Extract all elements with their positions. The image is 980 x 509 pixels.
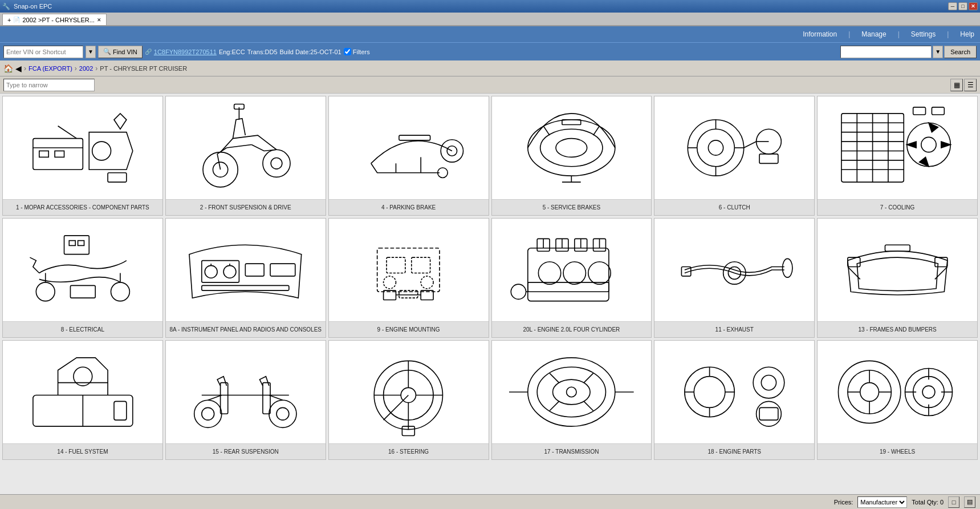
breadcrumb-year[interactable]: 2002 bbox=[79, 65, 93, 72]
svg-point-147 bbox=[913, 377, 944, 408]
status-icon-btn-2[interactable]: ▤ bbox=[964, 496, 975, 508]
svg-rect-55 bbox=[78, 241, 84, 246]
part-card-part-6[interactable]: 6 - CLUTCH bbox=[654, 96, 815, 216]
part-card-part-20l[interactable]: 20L - ENGINE 2.0L FOUR CYLINDER bbox=[491, 218, 652, 338]
menu-information[interactable]: Information bbox=[803, 30, 837, 38]
svg-rect-51 bbox=[913, 107, 925, 115]
trans-info: Trans:DD5 bbox=[247, 49, 278, 55]
title-bar: 🔧 Snap-on EPC ─ □ ✕ bbox=[0, 0, 980, 13]
part-card-part-16[interactable]: 16 - STEERING bbox=[328, 340, 489, 460]
menu-help[interactable]: Help bbox=[960, 30, 974, 38]
prices-select[interactable]: Manufacturer bbox=[857, 496, 907, 508]
part-card-part-5[interactable]: 5 - SERVICE BRAKES bbox=[491, 96, 652, 216]
svg-rect-138 bbox=[759, 407, 778, 420]
part-image-part-5 bbox=[492, 96, 652, 199]
parts-grid: 1 - MOPAR ACCESSORIES - COMPONENT PARTS … bbox=[2, 96, 978, 460]
part-label-part-6: 6 - CLUTCH bbox=[654, 199, 814, 215]
part-card-part-7[interactable]: 7 - COOLING bbox=[817, 96, 978, 216]
svg-rect-100 bbox=[885, 245, 910, 251]
part-card-part-14[interactable]: 14 - FUEL SYSTEM bbox=[2, 340, 163, 460]
menu-settings[interactable]: Settings bbox=[911, 30, 936, 38]
total-qty-label: Total Qty: 0 bbox=[912, 499, 944, 506]
back-icon[interactable]: ◀ bbox=[15, 64, 22, 73]
part-card-part-18[interactable]: 18 - ENGINE PARTS bbox=[654, 340, 815, 460]
part-card-part-8a[interactable]: 8A - INSTRUMENT PANEL AND RADIOS AND CON… bbox=[165, 218, 326, 338]
svg-rect-107 bbox=[221, 383, 228, 414]
search-input[interactable] bbox=[840, 46, 932, 58]
part-card-part-11[interactable]: 11 - EXHAUST bbox=[654, 218, 815, 338]
part-image-part-18 bbox=[654, 341, 814, 443]
filters-section: Filters bbox=[344, 48, 370, 55]
home-icon[interactable]: 🏠 bbox=[3, 64, 13, 73]
narrow-input[interactable] bbox=[3, 79, 95, 91]
svg-point-111 bbox=[269, 400, 296, 427]
part-card-part-4[interactable]: 4 - PARKING BRAKE bbox=[328, 96, 489, 216]
svg-point-57 bbox=[111, 282, 129, 301]
find-vin-button[interactable]: 🔍 Find VIN bbox=[98, 46, 143, 58]
tab-add-icon[interactable]: + bbox=[7, 17, 11, 23]
part-image-part-9 bbox=[329, 219, 489, 321]
svg-rect-71 bbox=[412, 257, 430, 273]
breadcrumb-model: PT - CHRYSLER PT CRUISER bbox=[100, 65, 187, 72]
svg-point-84 bbox=[563, 262, 585, 284]
svg-rect-78 bbox=[528, 248, 609, 301]
vin-input[interactable] bbox=[3, 46, 83, 58]
svg-point-4 bbox=[92, 142, 111, 160]
vin-code[interactable]: 1C8FYN8992T270511 bbox=[154, 49, 217, 55]
part-image-part-15 bbox=[166, 341, 326, 443]
part-label-part-13: 13 - FRAMES AND BUMPERS bbox=[818, 321, 977, 337]
app-title: Snap-on EPC bbox=[14, 3, 52, 10]
part-card-part-8[interactable]: 8 - ELECTRICAL bbox=[2, 218, 163, 338]
svg-rect-0 bbox=[32, 139, 82, 170]
view-toggle: ▦ ☰ bbox=[950, 79, 977, 91]
part-image-part-6 bbox=[654, 96, 814, 199]
status-icon-btn-1[interactable]: □ bbox=[948, 496, 959, 508]
menu-bar: Information | Manage | Settings | Help bbox=[0, 26, 980, 42]
part-label-part-16: 16 - STEERING bbox=[329, 443, 489, 459]
part-card-part-19[interactable]: 19 - WHEELS bbox=[817, 340, 978, 460]
part-card-part-15[interactable]: 15 - REAR SUSPENSION bbox=[165, 340, 326, 460]
breadcrumb: 🏠 ◀ › FCA (EXPORT) › 2002 › PT - CHRYSLE… bbox=[0, 60, 980, 76]
part-label-part-1: 1 - MOPAR ACCESSORIES - COMPONENT PARTS bbox=[3, 199, 162, 215]
svg-point-85 bbox=[588, 262, 611, 284]
svg-point-65 bbox=[205, 265, 218, 278]
svg-point-128 bbox=[567, 387, 576, 397]
part-card-part-2[interactable]: 2 - FRONT SUSPENSION & DRIVE bbox=[165, 96, 326, 216]
filter-bar: ▦ ☰ bbox=[0, 76, 980, 94]
svg-point-30 bbox=[708, 140, 723, 155]
maximize-button[interactable]: □ bbox=[958, 2, 967, 10]
svg-rect-70 bbox=[387, 257, 405, 273]
part-card-part-17[interactable]: 17 - TRANSMISSION bbox=[491, 340, 652, 460]
part-image-part-20l bbox=[492, 219, 652, 321]
svg-point-124 bbox=[537, 367, 605, 417]
search-button[interactable]: Search bbox=[944, 46, 977, 58]
list-view-button[interactable]: ☰ bbox=[964, 79, 977, 91]
breadcrumb-sep-1: › bbox=[75, 64, 77, 72]
part-label-part-17: 17 - TRANSMISSION bbox=[492, 443, 652, 459]
breadcrumb-fca[interactable]: FCA (EXPORT) bbox=[29, 65, 72, 72]
part-image-part-1 bbox=[3, 96, 162, 199]
main-tab[interactable]: + 📄 2002 >PT - CHRYSLER... ✕ bbox=[2, 14, 107, 25]
part-image-part-14 bbox=[3, 341, 162, 443]
menu-manage[interactable]: Manage bbox=[861, 30, 886, 38]
grid-view-button[interactable]: ▦ bbox=[950, 79, 963, 91]
svg-point-125 bbox=[553, 379, 591, 405]
svg-point-123 bbox=[528, 358, 615, 426]
part-card-part-1[interactable]: 1 - MOPAR ACCESSORIES - COMPONENT PARTS bbox=[2, 96, 163, 216]
breadcrumb-sep-2: › bbox=[95, 64, 97, 72]
app-icon: 🔧 bbox=[2, 3, 10, 10]
search-dropdown[interactable]: ▼ bbox=[933, 46, 943, 58]
filters-checkbox[interactable] bbox=[344, 48, 351, 55]
vin-icon: 🔗 bbox=[145, 49, 152, 55]
part-card-part-9[interactable]: 9 - ENGINE MOUNTING bbox=[328, 218, 489, 338]
tab-close-icon[interactable]: ✕ bbox=[97, 17, 101, 23]
svg-point-92 bbox=[782, 258, 792, 277]
part-card-part-13[interactable]: 13 - FRAMES AND BUMPERS bbox=[817, 218, 978, 338]
close-button[interactable]: ✕ bbox=[969, 2, 978, 10]
svg-rect-2 bbox=[39, 151, 48, 157]
vin-dropdown[interactable]: ▼ bbox=[86, 46, 96, 58]
svg-rect-105 bbox=[114, 401, 127, 420]
svg-point-72 bbox=[384, 276, 396, 289]
part-image-part-11 bbox=[654, 219, 814, 321]
minimize-button[interactable]: ─ bbox=[948, 2, 957, 10]
